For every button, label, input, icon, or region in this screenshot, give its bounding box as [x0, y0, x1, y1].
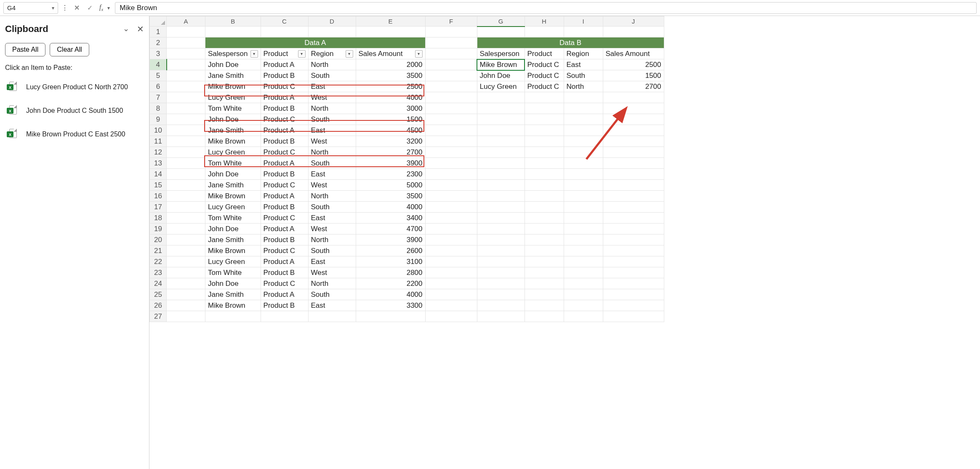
row-header[interactable]: 23 [150, 267, 167, 278]
cell[interactable] [477, 27, 525, 37]
cell[interactable]: Lucy Green [477, 81, 525, 92]
cell[interactable] [477, 180, 525, 191]
cell[interactable]: Tom White [205, 158, 261, 169]
cell[interactable] [603, 224, 664, 234]
cell[interactable]: Sales Amount [603, 48, 664, 59]
cell[interactable]: Mike Brown [205, 81, 261, 92]
cell[interactable]: 3300 [356, 300, 425, 311]
cell[interactable]: Region▾ [308, 48, 356, 59]
cell[interactable]: 3100 [356, 256, 425, 267]
cell[interactable] [564, 202, 603, 213]
cell[interactable] [603, 27, 664, 37]
row-header[interactable]: 25 [150, 289, 167, 300]
cell[interactable] [603, 158, 664, 169]
cell[interactable] [425, 70, 477, 81]
cell[interactable] [167, 180, 205, 191]
cell[interactable]: 3400 [356, 213, 425, 224]
cell[interactable]: Product A [261, 289, 308, 300]
cell[interactable] [525, 311, 564, 322]
cell[interactable] [603, 147, 664, 158]
cell[interactable] [425, 136, 477, 147]
cell[interactable]: Mike Brown [205, 245, 261, 256]
cell[interactable] [603, 136, 664, 147]
cell[interactable]: West [308, 136, 356, 147]
cell[interactable] [564, 224, 603, 234]
column-header[interactable]: D [308, 16, 356, 27]
cell[interactable] [525, 169, 564, 180]
row-header[interactable]: 8 [150, 103, 167, 114]
cell[interactable]: 4500 [356, 125, 425, 136]
cell[interactable]: East [564, 59, 603, 70]
cell[interactable] [167, 125, 205, 136]
cell[interactable]: 2200 [356, 278, 425, 289]
cell[interactable] [167, 300, 205, 311]
cell[interactable]: West [308, 180, 356, 191]
cell[interactable] [425, 158, 477, 169]
row-header[interactable]: 13 [150, 158, 167, 169]
cell[interactable] [477, 234, 525, 245]
cell[interactable] [477, 300, 525, 311]
cell[interactable] [167, 27, 205, 37]
cell[interactable]: North [564, 81, 603, 92]
cell[interactable] [564, 191, 603, 202]
cell[interactable] [477, 114, 525, 125]
cell[interactable]: Tom White [205, 267, 261, 278]
cell[interactable] [603, 125, 664, 136]
cell[interactable]: John Doe [205, 169, 261, 180]
cell[interactable]: Product B [261, 169, 308, 180]
filter-dropdown-icon[interactable]: ▾ [346, 50, 353, 58]
cell[interactable] [564, 213, 603, 224]
cell[interactable]: Product B [261, 136, 308, 147]
cell[interactable] [525, 245, 564, 256]
row-header[interactable]: 26 [150, 300, 167, 311]
cell[interactable] [425, 125, 477, 136]
cell[interactable] [167, 103, 205, 114]
cell[interactable] [425, 256, 477, 267]
cell[interactable]: 2800 [356, 267, 425, 278]
cell[interactable]: John Doe [205, 114, 261, 125]
cell[interactable] [564, 125, 603, 136]
cell[interactable]: 2500 [603, 59, 664, 70]
cell[interactable] [425, 147, 477, 158]
cell[interactable]: 3200 [356, 136, 425, 147]
cell[interactable] [564, 169, 603, 180]
cell[interactable]: 2600 [356, 245, 425, 256]
cell[interactable] [525, 213, 564, 224]
chevron-down-icon[interactable]: ⌄ [123, 24, 129, 34]
cell[interactable] [564, 300, 603, 311]
cell[interactable]: Tom White [205, 103, 261, 114]
cell[interactable] [564, 147, 603, 158]
cell[interactable] [425, 27, 477, 37]
cell[interactable] [603, 114, 664, 125]
row-header[interactable]: 2 [150, 37, 167, 48]
cell[interactable] [525, 234, 564, 245]
cell[interactable]: Lucy Green [205, 147, 261, 158]
cell[interactable]: Mike Brown [205, 136, 261, 147]
cell[interactable]: East [308, 169, 356, 180]
filter-dropdown-icon[interactable]: ▾ [250, 50, 258, 58]
cell[interactable] [205, 27, 261, 37]
cell[interactable]: South [564, 70, 603, 81]
cell[interactable]: Product B [261, 70, 308, 81]
cell[interactable]: John Doe [205, 224, 261, 234]
cell[interactable] [564, 92, 603, 103]
cell[interactable] [261, 311, 308, 322]
cell[interactable]: East [308, 256, 356, 267]
cell[interactable] [477, 202, 525, 213]
cell[interactable]: Product C [525, 70, 564, 81]
cell[interactable]: Product B [261, 202, 308, 213]
cell[interactable]: West [308, 92, 356, 103]
cell[interactable] [564, 27, 603, 37]
cell[interactable]: North [308, 103, 356, 114]
cell[interactable]: Region [564, 48, 603, 59]
cell[interactable]: Product A [261, 256, 308, 267]
cell[interactable]: Product A [261, 92, 308, 103]
cell[interactable]: 4000 [356, 289, 425, 300]
cell[interactable] [261, 27, 308, 37]
cell[interactable] [603, 245, 664, 256]
cell[interactable] [477, 224, 525, 234]
cell[interactable] [603, 169, 664, 180]
select-all-corner[interactable] [150, 16, 167, 27]
cell[interactable]: Product A [261, 125, 308, 136]
cell[interactable] [167, 147, 205, 158]
